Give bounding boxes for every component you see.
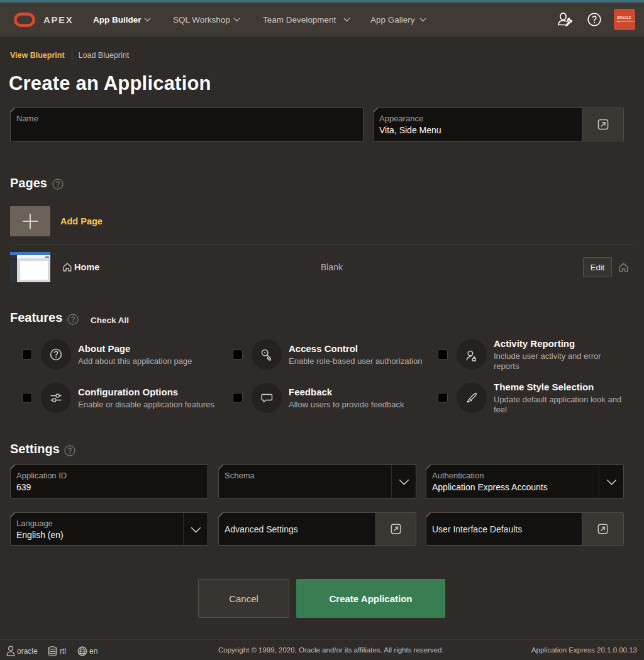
svg-text:Application Express: Application Express [617, 20, 635, 23]
svg-text:ORACLE: ORACLE [617, 16, 631, 19]
